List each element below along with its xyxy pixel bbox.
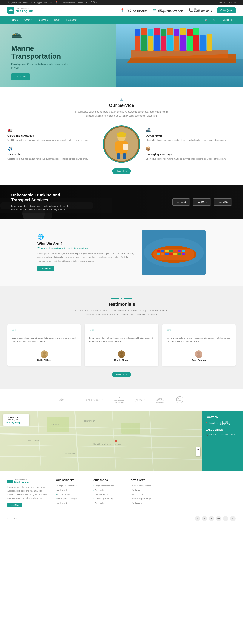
who-image [142,230,206,275]
who-grid: 🌐 Who We Are ? 25 years of experience in… [38,230,206,275]
footer-logo-text: Nile Logistic [14,481,28,484]
footer-desc: Lorem ipsum dolor sit amet consec cletur… [8,485,48,500]
map-state: California, USA [6,418,26,421]
social-rss[interactable]: h [234,1,236,4]
contact-us-button[interactable]: Contact Us [214,198,232,206]
footer-page2-air2: Air Freight [131,502,161,504]
svg-rect-15 [141,34,147,51]
read-more-button[interactable]: Read More [193,198,211,206]
logo[interactable]: Transportation Co. Nile Logistic [8,7,34,14]
social-google[interactable]: G+ [220,1,222,4]
hero-cta-button[interactable]: Contact Us [11,74,30,80]
testimonials-grid: ❝❞ Lorem ipsum dolor sit amet, consectet… [8,324,236,366]
map-zoom-in[interactable]: + [196,447,200,452]
testimonials-title: Testimonials [8,302,236,307]
social-linkedin[interactable]: in [224,1,226,4]
quote-icon-3: ❝❞ [166,329,231,334]
map-zoom-out[interactable]: − [196,452,200,456]
hero-subtitle: Providing cost-effective and reliable ma… [11,62,75,70]
star-icon: ★ [120,297,122,300]
tell-friend-button[interactable]: Tell Friend [172,198,190,206]
svg-rect-35 [194,28,199,35]
hero-section: Marine Transportation Providing cost-eff… [0,24,243,87]
map-location-card: Los Angeles California, USA View larger … [3,414,29,426]
footer-read-more-button[interactable]: Read More [8,503,22,507]
search-icon[interactable]: 🔍 [203,18,209,22]
footer-pages-col: SITE PAGES Cargo Transportation Air Frei… [94,479,123,507]
svg-rect-6 [12,38,22,38]
svg-rect-60 [165,250,168,252]
svg-rect-46 [124,145,127,146]
svg-rect-29 [154,28,160,35]
site-footer: Transportation Co. Nile Logistic Lorem i… [0,471,243,525]
nav-about[interactable]: About ▾ [21,16,35,24]
svg-point-73 [43,352,46,355]
phone-icon: 📞 [188,8,193,12]
nav-cta-button[interactable]: Get A Quote [219,18,236,22]
testimonials-show-all-button[interactable]: Show all → [112,372,131,377]
cart-icon[interactable]: 🛒 [211,18,217,22]
svg-rect-7 [13,34,14,35]
svg-rect-47 [124,146,127,146]
cargo-icon: 🚛 [8,128,97,132]
footer-social-rss[interactable]: h [230,516,236,521]
svg-rect-21 [180,34,186,51]
who-desc: Lorem ipsum dolor sit amet, consectetur … [38,252,134,263]
header-cta-button[interactable]: Get A Quote [218,8,236,13]
svg-rect-58 [157,250,160,252]
svg-rect-64 [182,250,185,252]
footer-social-facebook[interactable]: f [195,516,200,521]
services-header: ⚓ Our Service In quis luctus dolor. Sed … [8,98,236,118]
testimonial-author-3: Amal Salman [166,347,231,362]
services-right-column: 🚢 Ocean Freight Ut elit telus, luctus ne… [146,128,236,160]
topbar-jobs[interactable]: En/Ar ▾ [90,1,98,4]
footer-social-linkedin[interactable]: in [209,516,214,521]
map-section: NORTHRIDGE CHATSWORTH SANTA MONICA Use c… [0,411,243,471]
footer-page-ocean: Ocean Freight [94,493,123,496]
location-icon: 📍 [120,8,124,12]
footer-pages-links: Cargo Transportation Air Freight Ocean F… [94,484,123,504]
topbar-phone: 📞 (0022) 333 333 08 [8,1,28,4]
service-packaging-desc: Ut elit telus, luctus nec magna mattis e… [146,157,226,161]
testimonial-author-1: Rabie Elkheir [12,347,76,362]
svg-rect-71 [182,253,185,256]
svg-rect-27 [141,28,147,35]
testimonial-card-3: ❝❞ Lorem ipsum dolor sit amet, consectet… [162,324,236,366]
show-all-button[interactable]: Show all → [112,168,131,174]
footer-logo[interactable]: Transportation Co. Nile Logistic [8,479,48,484]
phone-icon-small: 📞 [206,434,208,436]
top-bar-social: f G+ in G+ ✓ h [218,1,236,4]
footer-services-links: Cargo Transportation Air Freight Ocean F… [56,484,86,504]
nav-items: Home ▾ About ▾ Services ▾ Blog ▾ Element… [8,16,80,24]
map-location-info: LOCATION 📍 Location: US – LOS ANGELES [206,416,239,425]
footer-social-gplus[interactable]: G+ [216,516,221,521]
nav-services[interactable]: Services ▾ [35,16,51,24]
social-twitter[interactable]: ✓ [231,1,233,4]
view-larger-map-link[interactable]: View larger map [6,422,26,424]
main-nav: Home ▾ About ▾ Services ▾ Blog ▾ Element… [0,16,243,24]
social-gplus[interactable]: G+ [227,1,230,4]
brand-hand-crafted: ✦HANDCRAFTED1889-2019 [156,396,164,404]
footer-social-google[interactable]: G [202,516,207,521]
nav-home[interactable]: Home ▾ [8,16,21,24]
footer-services-title: OUR SERVICES [56,479,86,482]
svg-rect-28 [148,28,153,36]
svg-text:LIBE: LIBE [178,398,180,400]
svg-rect-34 [187,28,192,36]
footer-pages2-links: Cargo Transportation Air Freight Ocean F… [131,484,161,504]
accent-line-right [124,298,132,299]
nav-elements[interactable]: Elements ▾ [63,16,80,24]
who-read-more-button[interactable]: Read more [38,266,54,271]
services-grid: 🚛 Cargo Transportation Ut elit telus, lu… [8,126,236,163]
testimonial-author-2: Khalid Alnoor [89,347,154,362]
social-facebook[interactable]: f [218,1,218,4]
svg-rect-30 [161,28,166,36]
section-accent: ⚓ [8,98,236,101]
testimonials-subtitle: In quis luctus dolor. Sed ac libero arcu… [75,309,168,317]
footer-social-twitter[interactable]: ✓ [223,516,228,521]
logo-icon [8,7,14,14]
svg-point-79 [197,352,200,355]
nav-blog[interactable]: Blog ▾ [51,16,63,24]
service-air-desc: Ut elit telus, luctus nec magna mattis e… [8,157,97,161]
svg-rect-24 [200,35,206,51]
